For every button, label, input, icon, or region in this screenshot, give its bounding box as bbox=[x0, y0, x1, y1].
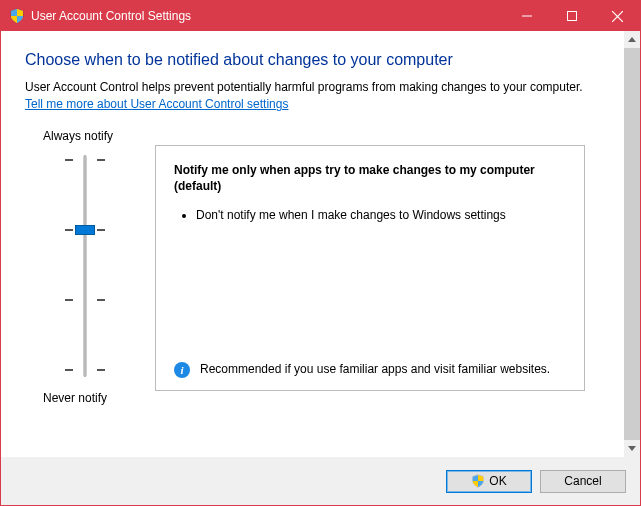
scroll-track[interactable] bbox=[624, 48, 640, 440]
level-heading: Notify me only when apps try to make cha… bbox=[174, 162, 566, 194]
page-heading: Choose when to be notified about changes… bbox=[25, 51, 599, 69]
scroll-down-button[interactable] bbox=[624, 440, 640, 457]
svg-marker-5 bbox=[628, 446, 636, 451]
vertical-scrollbar[interactable] bbox=[623, 31, 640, 457]
scroll-up-button[interactable] bbox=[624, 31, 640, 48]
slider-label-top: Always notify bbox=[43, 129, 127, 143]
cancel-button[interactable]: Cancel bbox=[540, 470, 626, 493]
level-description-panel: Notify me only when apps try to make cha… bbox=[155, 145, 585, 391]
cancel-button-label: Cancel bbox=[564, 474, 601, 488]
minimize-button[interactable] bbox=[504, 1, 549, 31]
close-button[interactable] bbox=[594, 1, 640, 31]
scroll-thumb[interactable] bbox=[624, 48, 640, 440]
page-description: User Account Control helps prevent poten… bbox=[25, 79, 599, 95]
info-icon: i bbox=[174, 362, 190, 378]
ok-button[interactable]: OK bbox=[446, 470, 532, 493]
titlebar[interactable]: User Account Control Settings bbox=[1, 1, 640, 31]
dialog-footer: OK Cancel bbox=[1, 457, 640, 505]
notification-slider[interactable] bbox=[55, 151, 115, 381]
maximize-button[interactable] bbox=[549, 1, 594, 31]
recommendation-row: i Recommended if you use familiar apps a… bbox=[174, 361, 566, 378]
window-title: User Account Control Settings bbox=[31, 9, 191, 23]
content-area: Choose when to be notified about changes… bbox=[1, 31, 623, 457]
shield-icon bbox=[9, 8, 25, 24]
help-link[interactable]: Tell me more about User Account Control … bbox=[25, 97, 288, 111]
level-bullet: Don't notify me when I make changes to W… bbox=[196, 207, 566, 223]
svg-rect-1 bbox=[567, 12, 576, 21]
ok-button-label: OK bbox=[489, 474, 506, 488]
slider-thumb[interactable] bbox=[75, 225, 95, 235]
uac-settings-window: User Account Control Settings Choose whe… bbox=[0, 0, 641, 506]
slider-label-bottom: Never notify bbox=[43, 391, 127, 405]
shield-icon bbox=[471, 474, 485, 488]
slider-track bbox=[84, 155, 87, 377]
svg-marker-4 bbox=[628, 37, 636, 42]
recommendation-text: Recommended if you use familiar apps and… bbox=[200, 361, 550, 377]
